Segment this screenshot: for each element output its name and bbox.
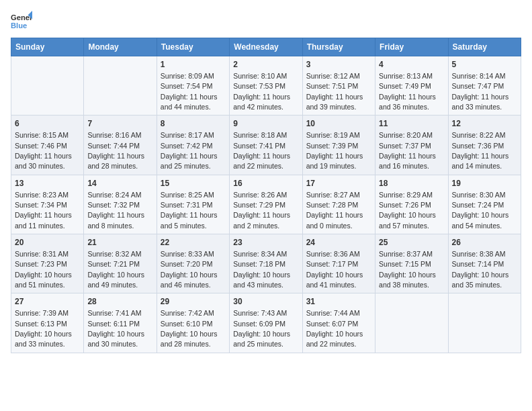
- day-info: Sunrise: 8:33 AM Sunset: 7:20 PM Dayligh…: [161, 250, 218, 289]
- day-info: Sunrise: 8:23 AM Sunset: 7:34 PM Dayligh…: [15, 191, 72, 230]
- header: General Blue: [11, 11, 521, 32]
- day-number: 12: [452, 118, 517, 130]
- day-number: 16: [233, 178, 298, 189]
- day-cell: 7Sunrise: 8:16 AM Sunset: 7:44 PM Daylig…: [84, 116, 157, 175]
- column-header-tuesday: Tuesday: [157, 38, 229, 56]
- day-cell: 24Sunrise: 8:36 AM Sunset: 7:17 PM Dayli…: [302, 234, 375, 293]
- day-number: 21: [87, 237, 152, 248]
- svg-text:Blue: Blue: [11, 21, 27, 30]
- day-number: 29: [161, 296, 226, 308]
- day-info: Sunrise: 7:39 AM Sunset: 6:13 PM Dayligh…: [15, 309, 72, 348]
- day-info: Sunrise: 7:43 AM Sunset: 6:09 PM Dayligh…: [233, 309, 290, 348]
- logo: General Blue: [11, 11, 35, 32]
- day-cell: 4Sunrise: 8:13 AM Sunset: 7:49 PM Daylig…: [375, 56, 448, 116]
- day-number: 20: [15, 237, 80, 248]
- day-info: Sunrise: 8:26 AM Sunset: 7:29 PM Dayligh…: [233, 191, 290, 230]
- day-cell: 2Sunrise: 8:10 AM Sunset: 7:53 PM Daylig…: [230, 56, 302, 116]
- day-number: 4: [379, 59, 444, 71]
- day-number: 15: [161, 178, 226, 189]
- day-number: 7: [87, 118, 152, 130]
- day-cell: 11Sunrise: 8:20 AM Sunset: 7:37 PM Dayli…: [375, 116, 448, 175]
- day-cell: 5Sunrise: 8:14 AM Sunset: 7:47 PM Daylig…: [448, 56, 521, 116]
- day-cell: 3Sunrise: 8:12 AM Sunset: 7:51 PM Daylig…: [302, 56, 375, 116]
- day-cell: 27Sunrise: 7:39 AM Sunset: 6:13 PM Dayli…: [11, 293, 84, 353]
- logo-icon: General Blue: [11, 11, 32, 32]
- column-header-saturday: Saturday: [448, 38, 521, 56]
- day-number: 6: [15, 118, 80, 130]
- week-row-2: 6Sunrise: 8:15 AM Sunset: 7:46 PM Daylig…: [11, 116, 521, 175]
- day-number: 23: [233, 237, 298, 248]
- day-cell: [84, 56, 157, 116]
- column-header-friday: Friday: [375, 38, 448, 56]
- day-info: Sunrise: 7:42 AM Sunset: 6:10 PM Dayligh…: [161, 309, 218, 348]
- day-info: Sunrise: 8:29 AM Sunset: 7:26 PM Dayligh…: [379, 191, 436, 230]
- day-cell: [375, 293, 448, 353]
- day-info: Sunrise: 8:18 AM Sunset: 7:41 PM Dayligh…: [233, 131, 290, 170]
- day-info: Sunrise: 8:14 AM Sunset: 7:47 PM Dayligh…: [452, 72, 509, 111]
- day-info: Sunrise: 8:27 AM Sunset: 7:28 PM Dayligh…: [306, 191, 363, 230]
- day-info: Sunrise: 8:30 AM Sunset: 7:24 PM Dayligh…: [452, 191, 509, 230]
- day-cell: 18Sunrise: 8:29 AM Sunset: 7:26 PM Dayli…: [375, 175, 448, 234]
- day-cell: 14Sunrise: 8:24 AM Sunset: 7:32 PM Dayli…: [84, 175, 157, 234]
- day-info: Sunrise: 8:19 AM Sunset: 7:39 PM Dayligh…: [306, 131, 363, 170]
- calendar-table: SundayMondayTuesdayWednesdayThursdayFrid…: [11, 38, 521, 353]
- day-number: 25: [379, 237, 444, 248]
- column-header-thursday: Thursday: [302, 38, 375, 56]
- day-info: Sunrise: 8:12 AM Sunset: 7:51 PM Dayligh…: [306, 72, 363, 111]
- day-info: Sunrise: 8:34 AM Sunset: 7:18 PM Dayligh…: [233, 250, 290, 289]
- week-row-1: 1Sunrise: 8:09 AM Sunset: 7:54 PM Daylig…: [11, 56, 521, 116]
- day-cell: 8Sunrise: 8:17 AM Sunset: 7:42 PM Daylig…: [157, 116, 229, 175]
- day-info: Sunrise: 7:41 AM Sunset: 6:11 PM Dayligh…: [87, 309, 144, 348]
- day-info: Sunrise: 8:10 AM Sunset: 7:53 PM Dayligh…: [233, 72, 290, 111]
- day-number: 9: [233, 118, 298, 130]
- day-info: Sunrise: 8:37 AM Sunset: 7:15 PM Dayligh…: [379, 250, 436, 289]
- day-info: Sunrise: 8:32 AM Sunset: 7:21 PM Dayligh…: [87, 250, 144, 289]
- day-info: Sunrise: 8:16 AM Sunset: 7:44 PM Dayligh…: [87, 131, 144, 170]
- day-number: 27: [15, 296, 80, 308]
- day-info: Sunrise: 8:17 AM Sunset: 7:42 PM Dayligh…: [161, 131, 218, 170]
- day-info: Sunrise: 8:09 AM Sunset: 7:54 PM Dayligh…: [161, 72, 218, 111]
- day-cell: 29Sunrise: 7:42 AM Sunset: 6:10 PM Dayli…: [157, 293, 229, 353]
- day-number: 14: [87, 178, 152, 189]
- day-cell: [11, 56, 84, 116]
- day-number: 24: [306, 237, 371, 248]
- day-info: Sunrise: 8:22 AM Sunset: 7:36 PM Dayligh…: [452, 131, 509, 170]
- day-number: 31: [306, 296, 371, 308]
- day-cell: 10Sunrise: 8:19 AM Sunset: 7:39 PM Dayli…: [302, 116, 375, 175]
- day-info: Sunrise: 8:36 AM Sunset: 7:17 PM Dayligh…: [306, 250, 363, 289]
- day-number: 22: [161, 237, 226, 248]
- day-number: 17: [306, 178, 371, 189]
- day-number: 8: [161, 118, 226, 130]
- day-info: Sunrise: 8:31 AM Sunset: 7:23 PM Dayligh…: [15, 250, 72, 289]
- day-number: 19: [452, 178, 517, 189]
- day-info: Sunrise: 7:44 AM Sunset: 6:07 PM Dayligh…: [306, 309, 363, 348]
- column-header-wednesday: Wednesday: [230, 38, 302, 56]
- day-cell: 31Sunrise: 7:44 AM Sunset: 6:07 PM Dayli…: [302, 293, 375, 353]
- day-cell: 19Sunrise: 8:30 AM Sunset: 7:24 PM Dayli…: [448, 175, 521, 234]
- day-info: Sunrise: 8:13 AM Sunset: 7:49 PM Dayligh…: [379, 72, 436, 111]
- day-info: Sunrise: 8:25 AM Sunset: 7:31 PM Dayligh…: [161, 191, 218, 230]
- day-number: 13: [15, 178, 80, 189]
- day-info: Sunrise: 8:15 AM Sunset: 7:46 PM Dayligh…: [15, 131, 72, 170]
- day-cell: 23Sunrise: 8:34 AM Sunset: 7:18 PM Dayli…: [230, 234, 302, 293]
- day-cell: 21Sunrise: 8:32 AM Sunset: 7:21 PM Dayli…: [84, 234, 157, 293]
- day-info: Sunrise: 8:24 AM Sunset: 7:32 PM Dayligh…: [87, 191, 144, 230]
- week-row-4: 20Sunrise: 8:31 AM Sunset: 7:23 PM Dayli…: [11, 234, 521, 293]
- day-number: 28: [87, 296, 152, 308]
- day-cell: 22Sunrise: 8:33 AM Sunset: 7:20 PM Dayli…: [157, 234, 229, 293]
- week-row-3: 13Sunrise: 8:23 AM Sunset: 7:34 PM Dayli…: [11, 175, 521, 234]
- column-header-monday: Monday: [84, 38, 157, 56]
- week-row-5: 27Sunrise: 7:39 AM Sunset: 6:13 PM Dayli…: [11, 293, 521, 353]
- day-cell: 15Sunrise: 8:25 AM Sunset: 7:31 PM Dayli…: [157, 175, 229, 234]
- day-number: 3: [306, 59, 371, 71]
- column-header-sunday: Sunday: [11, 38, 84, 56]
- day-cell: 30Sunrise: 7:43 AM Sunset: 6:09 PM Dayli…: [230, 293, 302, 353]
- day-cell: 20Sunrise: 8:31 AM Sunset: 7:23 PM Dayli…: [11, 234, 84, 293]
- day-info: Sunrise: 8:38 AM Sunset: 7:14 PM Dayligh…: [452, 250, 509, 289]
- day-info: Sunrise: 8:20 AM Sunset: 7:37 PM Dayligh…: [379, 131, 436, 170]
- day-cell: 26Sunrise: 8:38 AM Sunset: 7:14 PM Dayli…: [448, 234, 521, 293]
- day-number: 5: [452, 59, 517, 71]
- day-cell: 1Sunrise: 8:09 AM Sunset: 7:54 PM Daylig…: [157, 56, 229, 116]
- day-number: 18: [379, 178, 444, 189]
- day-cell: 9Sunrise: 8:18 AM Sunset: 7:41 PM Daylig…: [230, 116, 302, 175]
